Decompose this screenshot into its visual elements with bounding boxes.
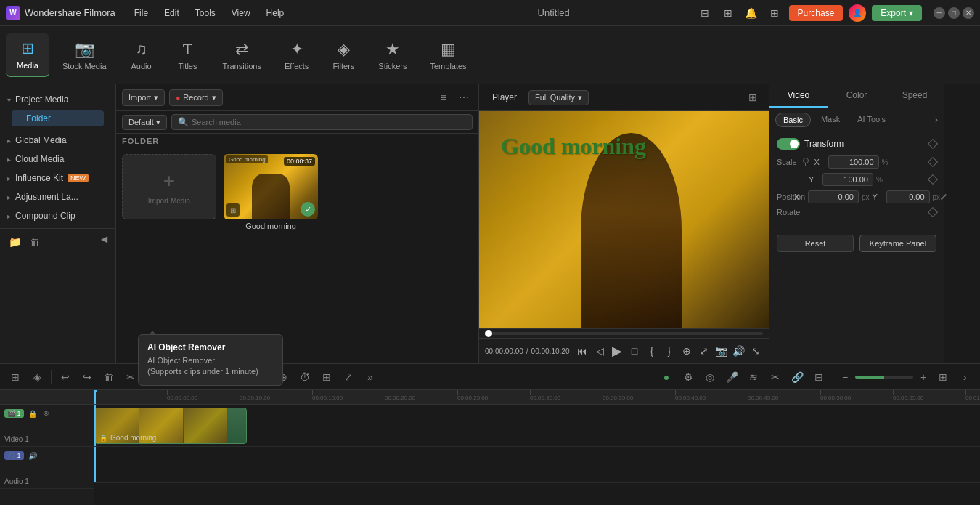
pic-in-pic-icon[interactable]: ⊟ (809, 368, 828, 387)
maximize-btn[interactable]: □ (948, 7, 960, 19)
rewind-button[interactable]: ◁ (592, 343, 607, 359)
minimize-window-icon[interactable]: ⊟ (696, 4, 714, 22)
tool-audio[interactable]: ♫ Audio (120, 34, 163, 76)
media-clip-good-morning[interactable]: Good morning 00:00:37 ⊞ ✓ Good morning (224, 154, 318, 357)
delete-folder-icon[interactable]: 🗑 (26, 233, 44, 251)
transform-keyframe-icon[interactable] (928, 139, 938, 149)
stop-button[interactable]: □ (627, 343, 642, 359)
link-tl-icon[interactable]: 🔗 (788, 368, 807, 387)
tool-stock-media[interactable]: 📷 Stock Media (52, 34, 117, 76)
zoom-slider[interactable] (855, 376, 913, 379)
sidebar-collapse-icon[interactable]: ◀ (98, 233, 110, 245)
play-button[interactable]: ▶ (610, 343, 624, 359)
import-button[interactable]: Import ▾ (122, 89, 165, 106)
preview-progress-bar[interactable] (485, 332, 763, 335)
tool-filters[interactable]: ◈ Filters (322, 34, 365, 76)
sidebar-item-adjustment[interactable]: ▸ Adjustment La... (0, 187, 115, 206)
props-sub-tab-basic[interactable]: Basic (775, 113, 811, 127)
search-input-wrap[interactable]: 🔍 (171, 114, 473, 130)
mark-icon[interactable]: ◎ (701, 368, 719, 387)
menu-view[interactable]: View (224, 5, 258, 21)
zoom-out-icon[interactable]: − (838, 370, 852, 384)
transform-toggle-switch[interactable] (777, 138, 800, 150)
filter-icon[interactable]: ≡ (435, 89, 452, 106)
tool-effects[interactable]: ✦ Effects (274, 34, 319, 76)
user-avatar[interactable]: 👤 (849, 4, 866, 22)
video-track-eye-icon[interactable]: 👁 (41, 408, 52, 419)
settings-icon[interactable]: ⚙ (679, 368, 698, 387)
sidebar-item-compound-clip[interactable]: ▸ Compound Clip (0, 206, 115, 225)
tool-templates[interactable]: ▦ Templates (420, 34, 476, 76)
menu-tools[interactable]: Tools (188, 5, 223, 21)
pos-x-input[interactable] (808, 190, 859, 203)
preview-settings-icon[interactable]: ⊞ (744, 89, 761, 106)
delete-icon[interactable]: 🗑 (99, 368, 118, 387)
mic-icon[interactable]: 🎤 (722, 368, 741, 387)
reset-button[interactable]: Reset (777, 235, 854, 252)
video-clip[interactable]: 🔒 Good morning (94, 408, 247, 444)
minimize-btn[interactable]: ─ (934, 7, 945, 19)
preview-playhead-handle[interactable] (485, 330, 492, 337)
fullscreen-button[interactable]: ⤢ (697, 343, 711, 359)
expand-tl-icon[interactable]: › (955, 368, 974, 387)
rotate-keyframe-icon[interactable] (928, 207, 938, 217)
sidebar-folder[interactable]: Folder (12, 110, 104, 126)
tool-titles[interactable]: T Titles (166, 34, 210, 76)
props-tab-color[interactable]: Color (828, 84, 886, 108)
props-arrow-icon[interactable]: › (935, 113, 938, 127)
tile-icon[interactable]: ⊞ (719, 4, 737, 22)
sidebar-item-influence-kit[interactable]: ▸ Influence Kit NEW (0, 169, 115, 187)
scissors-icon[interactable]: ✂ (766, 368, 785, 387)
props-tab-video[interactable]: Video (769, 84, 828, 108)
add-marker-button[interactable]: ⊕ (679, 343, 694, 359)
tool-transitions[interactable]: ⇄ Transitions (213, 34, 271, 76)
mark-in-button[interactable]: { (645, 343, 659, 359)
screenshot-button[interactable]: 📷 (714, 343, 728, 359)
purchase-button[interactable]: Purchase (789, 5, 844, 21)
snap-icon[interactable]: ● (657, 368, 676, 387)
video-track-lock-icon[interactable]: 🔒 (27, 408, 38, 419)
zoom-in-icon[interactable]: + (916, 370, 931, 384)
close-btn[interactable]: ✕ (963, 7, 974, 19)
transform-tl-icon[interactable]: ⊞ (317, 368, 336, 387)
search-input[interactable] (192, 118, 466, 126)
props-sub-tab-mask[interactable]: Mask (814, 113, 847, 127)
props-tab-speed[interactable]: Speed (886, 84, 944, 108)
audio-track-volume-icon[interactable]: 🔊 (27, 450, 38, 461)
video-track[interactable]: 🔒 Good morning (94, 405, 980, 447)
step-back-button[interactable]: ⏮ (575, 343, 589, 359)
menu-edit[interactable]: Edit (157, 5, 187, 21)
audio-track[interactable] (94, 447, 980, 483)
audio-wave-icon[interactable]: ≋ (744, 368, 763, 387)
apps-icon[interactable]: ⊞ (766, 4, 783, 22)
mark-out-button[interactable]: } (662, 343, 677, 359)
sidebar-item-cloud-media[interactable]: ▸ Cloud Media (0, 150, 115, 169)
speed-icon[interactable]: ⏱ (295, 368, 314, 387)
props-sub-tab-ai-tools[interactable]: AI Tools (850, 113, 893, 127)
pos-y-input[interactable] (886, 190, 930, 203)
record-button[interactable]: ● Record ▾ (169, 89, 223, 106)
tool-stickers[interactable]: ★ Stickers (368, 34, 417, 76)
menu-help[interactable]: Help (259, 5, 292, 21)
player-tab[interactable]: Player (486, 89, 523, 105)
scale-x-input[interactable] (828, 155, 879, 169)
ai-clip-icon[interactable]: ◈ (28, 368, 46, 387)
scale-y-input[interactable] (822, 173, 873, 186)
keyframe-panel-button[interactable]: Keyframe Panel (859, 235, 936, 252)
sidebar-item-project-media[interactable]: ▾ Project Media (0, 90, 115, 109)
scale-x-keyframe-icon[interactable] (928, 157, 938, 167)
quality-dropdown[interactable]: Full Quality ▾ (528, 90, 589, 105)
layout-icon[interactable]: ⊞ (934, 368, 952, 387)
new-folder-icon[interactable]: 📁 (6, 233, 23, 251)
scale-y-keyframe-icon[interactable] (928, 174, 938, 185)
pos-keyframe-icon[interactable] (941, 194, 947, 200)
more-tl-icon[interactable]: » (361, 368, 380, 387)
more-options-icon[interactable]: ⋯ (455, 89, 473, 106)
filter-dropdown[interactable]: Default ▾ (122, 115, 167, 130)
link-scale-icon[interactable] (800, 156, 812, 168)
import-media-placeholder[interactable]: + Import Media (122, 154, 216, 219)
sidebar-item-global-media[interactable]: ▸ Global Media (0, 131, 115, 150)
menu-file[interactable]: File (127, 5, 155, 21)
redo-icon[interactable]: ↪ (78, 368, 97, 387)
volume-button[interactable]: 🔊 (731, 343, 746, 359)
